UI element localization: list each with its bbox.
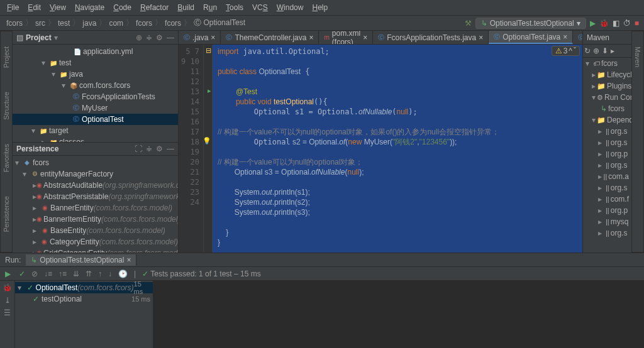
crumb[interactable]: test — [57, 19, 71, 28]
chevron-down-icon[interactable]: ▾ — [54, 33, 58, 42]
crumb[interactable]: fcors — [135, 19, 153, 28]
maven-dep[interactable]: ▸|| mysq — [583, 216, 631, 227]
run-config-selector[interactable]: ↳ OptionalTest.testOptional ▾ — [475, 18, 586, 29]
collapse-icon[interactable]: ⊟ — [206, 46, 211, 55]
close-icon[interactable]: × — [309, 33, 313, 42]
code-editor[interactable]: 5 7 9 10 11 12 13 14 15 16 17 18 19 20 2… — [179, 45, 582, 253]
close-icon[interactable]: × — [479, 33, 483, 42]
tree-root[interactable]: ▾◆fcors — [13, 157, 178, 168]
maven-node[interactable]: ↳ fcors — [583, 103, 631, 114]
download-icon[interactable]: ⬇ — [602, 46, 608, 55]
close-icon[interactable]: × — [563, 33, 567, 41]
maven-node[interactable]: ▾⚙ Run Con — [583, 92, 631, 103]
inspection-badge[interactable]: ⚠3^ˇ — [552, 46, 580, 56]
coverage-icon[interactable]: ◧ — [613, 19, 619, 28]
menu-file[interactable]: File — [3, 1, 23, 14]
tree-class-selected[interactable]: ⒸOptionalTest — [13, 114, 178, 125]
tree-folder[interactable]: ▾📁test — [13, 57, 178, 68]
export-icon[interactable]: 🕑 — [118, 269, 128, 278]
sort-icon[interactable]: ↓≡ — [44, 269, 52, 278]
maven-root[interactable]: ▾🏷 fcors — [583, 58, 631, 69]
maven-dep[interactable]: ▸|| org.s — [583, 137, 631, 148]
menu-edit[interactable]: Edit — [23, 1, 45, 14]
settings-icon[interactable]: ⚙ — [156, 33, 163, 42]
sort-icon[interactable]: ↑≡ — [58, 269, 67, 278]
editor-tab[interactable]: ⒸThemeController.java× — [221, 31, 319, 44]
maven-dep[interactable]: ▸|| org.p — [583, 148, 631, 160]
maven-dep[interactable]: ▸|| org.s — [583, 126, 631, 137]
menu-window[interactable]: Window — [272, 1, 308, 14]
tree-class[interactable]: ⒸMyUser — [13, 102, 178, 114]
maven-dep[interactable]: ▸|| com.a — [583, 171, 631, 182]
run-tab[interactable]: ↳OptionalTest.testOptional× — [26, 254, 136, 266]
reimport-icon[interactable]: ↻ — [584, 46, 591, 55]
build-icon[interactable]: ⚒ — [465, 19, 472, 28]
test-node[interactable]: ▾✓OptionalTest (com.fcors.fcors)15 ms — [15, 282, 153, 293]
collapse-icon[interactable]: ≑ — [146, 33, 152, 42]
tree-package[interactable]: ▾📦com.fcors.fcors — [13, 80, 178, 91]
close-icon[interactable]: × — [211, 33, 215, 42]
close-icon[interactable]: × — [126, 256, 131, 264]
tree-entity[interactable]: ▸◉BaseEntity (com.fcors.fcors.model) — [13, 225, 178, 236]
profiler-icon[interactable]: ⏱ — [623, 19, 631, 28]
tree-entity[interactable]: ▸◉AbstractPersistable (org.springframewo… — [13, 191, 178, 202]
editor-tab[interactable]: Ⓒ.java× — [179, 31, 221, 44]
tree-folder[interactable]: ▾📁java — [13, 68, 178, 80]
editor-tab[interactable]: ⒸMyUser.java× — [573, 31, 582, 44]
project-tree[interactable]: 📄application.yml ▾📁test ▾📁java ▾📦com.fco… — [13, 45, 178, 142]
next-icon[interactable]: ↓ — [108, 269, 112, 278]
debug-icon[interactable]: 🐞 — [599, 19, 609, 28]
menu-vcs[interactable]: VCS — [248, 1, 272, 14]
menu-navigate[interactable]: Navigate — [70, 1, 109, 14]
menu-run[interactable]: Run — [199, 1, 221, 14]
run-gutter-icon[interactable]: ▸ — [208, 87, 211, 95]
tree-entity[interactable]: ▸◉BannerEntity (com.fcors.fcors.model) — [13, 202, 178, 214]
editor-tab[interactable]: mpom.xml (fcors)× — [319, 31, 373, 44]
hide-icon[interactable]: — — [167, 144, 174, 153]
tree-emf[interactable]: ▾⚙entityManagerFactory — [13, 168, 178, 180]
hide-icon[interactable]: — — [167, 33, 174, 42]
collapse-icon[interactable]: ≑ — [146, 144, 152, 153]
tree-entity[interactable]: ▸◉BannerItemEntity (com.fcors.fcors.mode… — [13, 214, 178, 225]
maven-dep[interactable]: ▸|| org.s — [583, 227, 631, 239]
intention-bulb-icon[interactable]: 💡 — [203, 137, 211, 145]
menu-view[interactable]: View — [45, 1, 70, 14]
maven-dep[interactable]: ▸|| org.s — [583, 160, 631, 171]
strip-project[interactable]: Project — [3, 44, 10, 70]
menu-build[interactable]: Build — [173, 1, 199, 14]
menu-code[interactable]: Code — [109, 1, 136, 14]
strip-maven[interactable]: Maven — [634, 44, 641, 70]
generate-icon[interactable]: ⊕ — [593, 46, 599, 55]
persistence-tree[interactable]: ▾◆fcors ▾⚙entityManagerFactory ▸◉Abstrac… — [13, 156, 178, 253]
run-icon[interactable]: ▶ — [590, 19, 596, 28]
expand-icon[interactable]: ⇊ — [73, 269, 79, 278]
crumb-class[interactable]: Ⓒ OptionalTest — [192, 18, 247, 28]
prev-icon[interactable]: ↑ — [98, 269, 102, 278]
more-icon[interactable]: ▸ — [611, 46, 614, 55]
crumb[interactable]: src — [34, 19, 47, 28]
tree-folder[interactable]: ▾📁target — [13, 125, 178, 136]
crumb[interactable]: java — [81, 19, 97, 28]
editor-tab-active[interactable]: ⒸOptionalTest.java× — [489, 31, 573, 44]
settings-icon[interactable]: ⚙ — [156, 144, 163, 153]
maven-dep[interactable]: ▸|| com.f — [583, 193, 631, 205]
maven-node[interactable]: ▸📁 Plugins — [583, 80, 631, 92]
test-node[interactable]: ✓testOptional15 ms — [15, 293, 153, 305]
strip-favorites[interactable]: Favorites — [3, 141, 10, 175]
menu-help[interactable]: Help — [308, 1, 332, 14]
tree-class[interactable]: ⒸFcorsApplicationTests — [13, 91, 178, 102]
close-icon[interactable]: × — [363, 33, 367, 42]
pin-icon[interactable]: ⤓ — [4, 296, 11, 305]
toggle-icon[interactable]: ✓ — [19, 269, 25, 278]
code-content[interactable]: import java.util.Optional; public class … — [213, 45, 582, 253]
test-tree[interactable]: ▾✓OptionalTest (com.fcors.fcors)15 ms ✓t… — [15, 281, 153, 348]
rerun-icon[interactable]: ▶ — [5, 269, 11, 278]
stop-icon[interactable]: ■ — [635, 19, 639, 28]
tree-entity[interactable]: ▸◉AbstractAuditable (org.springframework… — [13, 180, 178, 191]
tree-entity[interactable]: ▸◉CategoryEntity (com.fcors.fcors.model) — [13, 236, 178, 247]
collapse-icon[interactable]: ⇈ — [86, 269, 92, 278]
menu-refactor[interactable]: Refactor — [136, 1, 173, 14]
crumb[interactable]: fcors — [164, 19, 182, 28]
maven-node[interactable]: ▾📁 Depend — [583, 114, 631, 126]
maven-node[interactable]: ▸📁 Lifecycle — [583, 69, 631, 80]
